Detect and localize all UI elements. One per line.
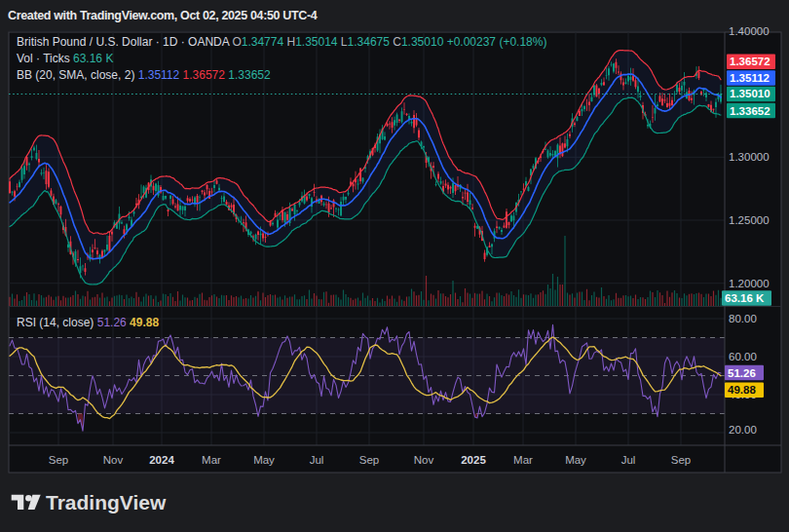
svg-text:Jul: Jul — [310, 454, 324, 466]
svg-text:1.35010: 1.35010 — [730, 88, 770, 99]
svg-text:British Pound / U.S. Dollar ·: British Pound / U.S. Dollar · 1D · OANDA… — [17, 35, 546, 49]
svg-text:2024: 2024 — [149, 454, 174, 466]
svg-text:63.16 K: 63.16 K — [725, 292, 765, 304]
svg-text:1.25000: 1.25000 — [729, 214, 770, 226]
svg-text:Mar: Mar — [513, 454, 533, 466]
svg-text:Nov: Nov — [103, 454, 124, 466]
svg-text:Sep: Sep — [49, 454, 68, 466]
svg-text:1.40000: 1.40000 — [729, 25, 770, 37]
svg-text:RSI (14, close) 51.26 49.88: RSI (14, close) 51.26 49.88 — [17, 316, 159, 329]
svg-text:Nov: Nov — [414, 454, 434, 466]
svg-text:Sep: Sep — [671, 454, 691, 466]
svg-text:1.30000: 1.30000 — [729, 151, 770, 163]
svg-text:60.00: 60.00 — [729, 351, 757, 362]
svg-text:1.36572: 1.36572 — [730, 56, 770, 67]
svg-text:51.26: 51.26 — [728, 367, 756, 379]
svg-text:2025: 2025 — [461, 454, 486, 466]
svg-text:1.35112: 1.35112 — [730, 72, 770, 84]
svg-text:Vol · Ticks 63.16 K: Vol · Ticks 63.16 K — [17, 52, 113, 65]
svg-text:80.00: 80.00 — [729, 313, 757, 324]
svg-text:1.20000: 1.20000 — [729, 278, 770, 289]
svg-text:TradingView: TradingView — [46, 491, 167, 513]
svg-text:Mar: Mar — [202, 454, 221, 466]
svg-text:Jul: Jul — [621, 454, 636, 466]
svg-text:49.88: 49.88 — [728, 384, 756, 396]
svg-text:Created with TradingView.com,: Created with TradingView.com, Oct 02, 20… — [8, 9, 318, 22]
svg-text:May: May — [565, 454, 586, 466]
svg-text:1.33652: 1.33652 — [730, 105, 770, 117]
svg-text:Sep: Sep — [359, 454, 379, 466]
svg-text:May: May — [253, 454, 275, 466]
svg-text:BB (20, SMA, close, 2) 1.35112: BB (20, SMA, close, 2) 1.35112 1.36572 1… — [17, 68, 271, 82]
svg-text:20.00: 20.00 — [729, 424, 757, 436]
